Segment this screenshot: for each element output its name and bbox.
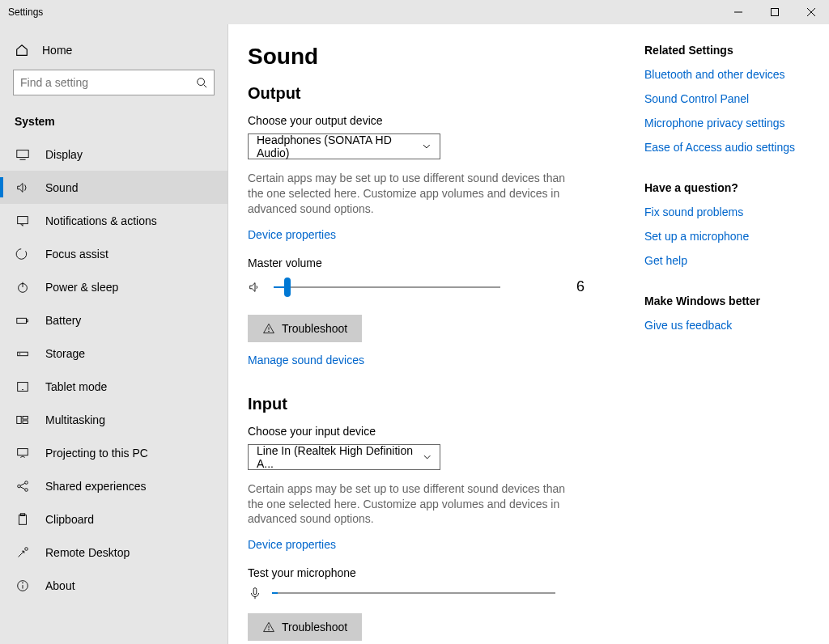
- multitasking-icon: [15, 412, 31, 428]
- svg-rect-17: [17, 416, 21, 423]
- battery-icon: [15, 312, 31, 328]
- svg-line-28: [19, 551, 24, 557]
- output-troubleshoot-button[interactable]: Troubleshoot: [248, 315, 362, 342]
- minimize-button[interactable]: [720, 0, 756, 24]
- sidebar-item-sound[interactable]: Sound: [0, 171, 227, 204]
- output-desc: Certain apps may be set up to use differ…: [248, 171, 572, 217]
- svg-point-29: [25, 547, 28, 550]
- link-sound-control-panel[interactable]: Sound Control Panel: [644, 92, 806, 105]
- sidebar-item-multitasking[interactable]: Multitasking: [0, 403, 227, 436]
- svg-point-14: [19, 354, 20, 354]
- sidebar-item-tablet-mode[interactable]: Tablet mode: [0, 370, 227, 403]
- link-bluetooth[interactable]: Bluetooth and other devices: [644, 68, 806, 81]
- svg-point-21: [18, 485, 21, 488]
- svg-rect-35: [253, 588, 257, 595]
- related-settings-heading: Related Settings: [644, 44, 806, 57]
- svg-rect-18: [23, 416, 28, 419]
- svg-line-24: [20, 483, 24, 485]
- sidebar-item-label: Battery: [45, 314, 81, 327]
- svg-rect-26: [19, 515, 27, 524]
- about-icon: [15, 578, 31, 594]
- svg-line-5: [204, 85, 207, 88]
- sidebar-item-clipboard[interactable]: Clipboard: [0, 502, 227, 536]
- link-give-feedback[interactable]: Give us feedback: [644, 319, 806, 332]
- svg-point-23: [25, 488, 28, 491]
- output-manage-link[interactable]: Manage sound devices: [248, 354, 364, 366]
- notifications-icon: [15, 213, 31, 229]
- remote-desktop-icon: [15, 544, 31, 561]
- master-volume-label: Master volume: [248, 256, 625, 269]
- sidebar-item-label: Remote Desktop: [45, 546, 130, 559]
- projecting-icon: [15, 445, 31, 461]
- sidebar-item-storage[interactable]: Storage: [0, 337, 227, 370]
- search-input[interactable]: [13, 70, 215, 95]
- sidebar-item-label: Clipboard: [45, 513, 94, 526]
- sidebar-item-label: Tablet mode: [45, 380, 107, 393]
- sidebar-item-about[interactable]: About: [0, 569, 227, 602]
- svg-line-25: [20, 486, 24, 489]
- link-fix-sound[interactable]: Fix sound problems: [644, 205, 806, 218]
- display-icon: [15, 146, 31, 163]
- section-label: System: [0, 108, 227, 138]
- input-desc: Certain apps may be set up to use differ…: [248, 481, 572, 527]
- svg-rect-1: [771, 9, 778, 16]
- output-device-label: Choose your output device: [248, 114, 625, 127]
- have-question-heading: Have a question?: [644, 181, 806, 194]
- sidebar-item-display[interactable]: Display: [0, 138, 227, 171]
- chevron-down-icon: [422, 142, 432, 151]
- sidebar-item-power-sleep[interactable]: Power & sleep: [0, 270, 227, 303]
- focus-assist-icon: [15, 246, 31, 262]
- input-heading: Input: [248, 395, 625, 413]
- link-get-help[interactable]: Get help: [644, 254, 806, 267]
- test-mic-label: Test your microphone: [248, 566, 625, 579]
- sidebar: Home System Display Sound Notifications …: [0, 24, 228, 644]
- output-device-properties-link[interactable]: Device properties: [248, 228, 336, 241]
- maximize-button[interactable]: [756, 0, 793, 24]
- svg-point-22: [25, 481, 28, 484]
- power-icon: [15, 279, 31, 295]
- close-button[interactable]: [793, 0, 829, 24]
- sidebar-item-battery[interactable]: Battery: [0, 303, 227, 337]
- window-title: Settings: [8, 6, 43, 18]
- speaker-icon: [248, 280, 262, 294]
- svg-point-4: [198, 78, 205, 86]
- search-field[interactable]: [20, 76, 196, 89]
- home-label: Home: [42, 44, 72, 57]
- sidebar-item-label: Shared experiences: [45, 480, 147, 493]
- microphone-icon: [248, 586, 262, 600]
- sidebar-item-label: Power & sleep: [45, 281, 118, 294]
- home-icon: [15, 43, 29, 57]
- sidebar-item-label: Focus assist: [45, 248, 108, 261]
- master-volume-value: 6: [576, 278, 585, 295]
- input-device-dropdown[interactable]: Line In (Realtek High Definition A...: [248, 444, 440, 470]
- home-button[interactable]: Home: [0, 31, 227, 70]
- input-device-properties-link[interactable]: Device properties: [248, 538, 336, 551]
- shared-icon: [15, 478, 31, 494]
- storage-icon: [15, 345, 31, 362]
- sidebar-item-label: Multitasking: [45, 413, 105, 426]
- sidebar-item-label: Notifications & actions: [45, 214, 157, 227]
- page-title: Sound: [248, 44, 625, 70]
- output-device-dropdown[interactable]: Headphones (SONATA HD Audio): [248, 133, 440, 159]
- svg-rect-12: [27, 320, 28, 322]
- master-volume-slider[interactable]: [274, 278, 500, 297]
- svg-point-32: [23, 582, 23, 583]
- link-ease-of-access[interactable]: Ease of Access audio settings: [644, 141, 806, 154]
- link-setup-mic[interactable]: Set up a microphone: [644, 230, 806, 243]
- sidebar-item-remote-desktop[interactable]: Remote Desktop: [0, 536, 227, 569]
- input-device-value: Line In (Realtek High Definition A...: [257, 444, 423, 470]
- titlebar: Settings: [0, 0, 829, 24]
- sidebar-item-projecting[interactable]: Projecting to this PC: [0, 436, 227, 469]
- warning-icon: [262, 322, 275, 335]
- chevron-down-icon: [423, 452, 432, 462]
- sidebar-item-shared-experiences[interactable]: Shared experiences: [0, 469, 227, 502]
- output-heading: Output: [248, 84, 625, 103]
- input-troubleshoot-button[interactable]: Troubleshoot: [248, 613, 362, 641]
- link-mic-privacy[interactable]: Microphone privacy settings: [644, 117, 806, 129]
- svg-rect-11: [17, 318, 27, 323]
- sidebar-item-focus-assist[interactable]: Focus assist: [0, 237, 227, 270]
- svg-rect-6: [17, 150, 28, 157]
- sidebar-item-notifications[interactable]: Notifications & actions: [0, 204, 227, 237]
- svg-point-34: [269, 331, 270, 332]
- sidebar-item-label: Storage: [45, 347, 85, 360]
